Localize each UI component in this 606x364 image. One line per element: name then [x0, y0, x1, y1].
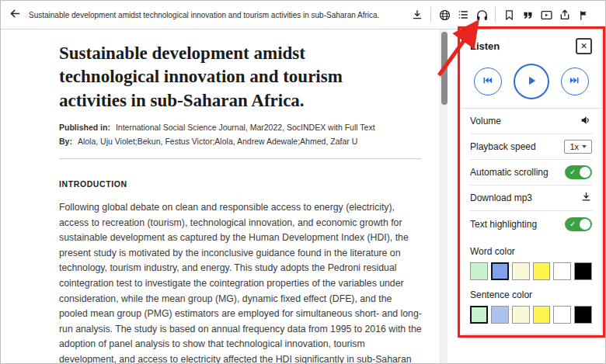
- toolbar-separator: [495, 7, 496, 23]
- share-icon: [559, 9, 571, 21]
- authors-row: By:Alola, Uju Violet;Bekun, Festus Victo…: [59, 137, 420, 146]
- video-button[interactable]: [537, 1, 556, 29]
- play-button[interactable]: [514, 64, 549, 99]
- list-icon: [457, 9, 469, 21]
- toolbar-separator: [430, 7, 431, 23]
- download-mp3-button[interactable]: [580, 191, 592, 205]
- download-icon: [580, 191, 592, 205]
- playback-speed-dropdown[interactable]: 1x: [564, 140, 592, 154]
- by-label: By:: [59, 137, 72, 146]
- automatic-scrolling-toggle[interactable]: [565, 165, 592, 179]
- sentence-color-swatch-1[interactable]: [491, 306, 509, 324]
- back-button[interactable]: [1, 1, 29, 29]
- playback-speed-row: Playback speed 1x: [470, 134, 592, 160]
- meta-divider: [59, 158, 421, 159]
- skip-forward-button[interactable]: [561, 68, 589, 95]
- cite-button[interactable]: [518, 1, 537, 29]
- download-icon: [411, 9, 423, 21]
- word-color-swatch-5[interactable]: [574, 262, 592, 280]
- listen-panel: Listen × Volume Playback speed 1x: [461, 29, 601, 334]
- download-button[interactable]: [408, 1, 427, 29]
- sentence-color-swatch-4[interactable]: [553, 306, 571, 324]
- play-icon: [524, 74, 538, 90]
- bookmark-icon: [503, 9, 515, 21]
- chevron-down-icon: [582, 145, 587, 148]
- sentence-color-swatch-0[interactable]: [470, 306, 488, 324]
- listen-panel-title: Listen: [470, 40, 500, 52]
- back-arrow-icon: [9, 7, 22, 23]
- skip-back-button[interactable]: [474, 68, 502, 95]
- published-in-value: International Social Science Journal, Ma…: [116, 123, 375, 132]
- playback-speed-value: 1x: [569, 142, 579, 151]
- top-toolbar: Sustainable development amidst technolog…: [1, 1, 605, 29]
- article-body-paragraph: Following global debate on clean and res…: [59, 200, 423, 364]
- reader-window: Sustainable development amidst technolog…: [0, 0, 606, 364]
- listen-panel-header: Listen ×: [470, 37, 592, 54]
- text-highlighting-row: Text highlighting: [470, 211, 592, 237]
- automatic-scrolling-label: Automatic scrolling: [470, 167, 549, 178]
- text-highlighting-label: Text highlighting: [470, 219, 537, 230]
- published-in-label: Published in:: [59, 123, 110, 132]
- table-of-contents-button[interactable]: [454, 1, 472, 29]
- word-color-swatch-4[interactable]: [553, 262, 571, 280]
- toolbar-icon-group: [408, 1, 605, 29]
- sentence-color-label: Sentence color: [470, 289, 592, 300]
- close-icon: ×: [580, 40, 587, 51]
- sentence-color-swatches: [470, 306, 592, 324]
- download-mp3-row: Download mp3: [470, 185, 592, 211]
- toolbar-document-title: Sustainable development amidst technolog…: [29, 11, 408, 19]
- playback-speed-label: Playback speed: [470, 141, 536, 152]
- article-meta: Published in:International Social Scienc…: [59, 123, 420, 146]
- text-highlighting-toggle[interactable]: [565, 217, 592, 231]
- audio-player-controls: [470, 64, 592, 99]
- bookmark-button[interactable]: [500, 1, 518, 29]
- flag-button[interactable]: [574, 1, 593, 29]
- section-heading: INTRODUCTION: [59, 179, 420, 189]
- word-color-swatch-3[interactable]: [533, 262, 551, 280]
- flag-icon: [578, 9, 590, 21]
- published-in-row: Published in:International Social Scienc…: [59, 123, 420, 132]
- translate-button[interactable]: [435, 1, 454, 29]
- sentence-color-swatch-5[interactable]: [574, 306, 592, 324]
- scrollbar-thumb[interactable]: [441, 32, 448, 105]
- close-button[interactable]: ×: [576, 38, 592, 54]
- toggle-knob: [580, 167, 590, 178]
- authors-value: Alola, Uju Violet;Bekun, Festus Victor;A…: [78, 137, 357, 146]
- headphones-icon: [475, 9, 489, 22]
- word-color-swatch-0[interactable]: [470, 262, 488, 280]
- sentence-color-swatch-2[interactable]: [512, 306, 530, 324]
- toggle-knob: [580, 219, 590, 230]
- sentence-color-swatch-3[interactable]: [533, 306, 551, 324]
- volume-row: Volume: [470, 109, 592, 134]
- article-pane: Sustainable development amidst technolog…: [1, 29, 440, 364]
- listen-button[interactable]: [472, 1, 491, 29]
- volume-button[interactable]: [580, 114, 592, 129]
- volume-label: Volume: [470, 116, 501, 127]
- video-icon: [540, 9, 553, 22]
- skip-forward-icon: [569, 75, 580, 88]
- automatic-scrolling-row: Automatic scrolling: [470, 160, 592, 185]
- article-title: Sustainable development amidst technolog…: [59, 42, 379, 113]
- skip-back-icon: [482, 75, 493, 88]
- word-color-label: Word color: [470, 246, 592, 257]
- download-mp3-label: Download mp3: [470, 192, 532, 203]
- vertical-scrollbar[interactable]: [440, 29, 448, 364]
- word-color-swatch-2[interactable]: [512, 262, 530, 280]
- word-color-swatches: [470, 262, 592, 280]
- speaker-icon: [580, 114, 592, 129]
- quote-icon: [522, 9, 534, 21]
- word-color-swatch-1[interactable]: [491, 262, 509, 280]
- globe-icon: [438, 9, 451, 22]
- share-button[interactable]: [556, 1, 574, 29]
